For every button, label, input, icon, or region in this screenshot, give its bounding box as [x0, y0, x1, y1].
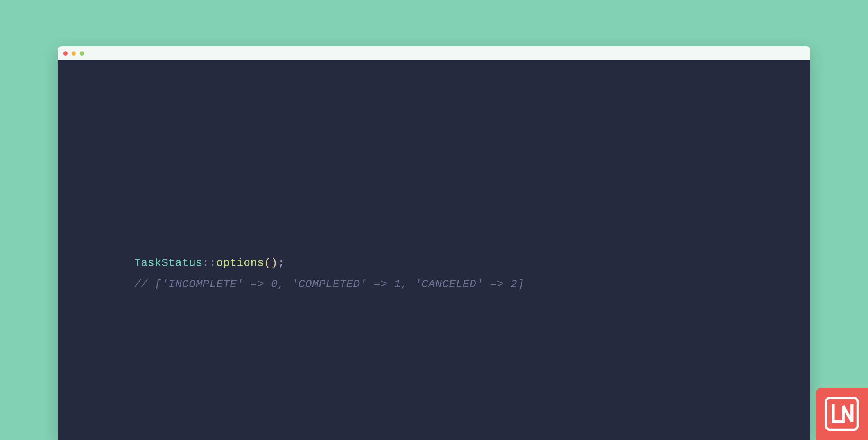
- token-scope-operator: ::: [203, 257, 216, 269]
- window-titlebar: [58, 46, 810, 60]
- close-icon[interactable]: [63, 51, 68, 56]
- brand-logo: [816, 388, 868, 440]
- token-paren-open: (: [264, 257, 271, 269]
- token-class-name: TaskStatus: [134, 257, 203, 269]
- minimize-icon[interactable]: [72, 51, 76, 56]
- token-paren-close: ): [271, 257, 278, 269]
- code-content: TaskStatus::options(); // ['INCOMPLETE' …: [134, 232, 524, 316]
- page-canvas: TaskStatus::options(); // ['INCOMPLETE' …: [0, 0, 868, 440]
- code-window: TaskStatus::options(); // ['INCOMPLETE' …: [58, 46, 810, 440]
- code-line-2-comment: // ['INCOMPLETE' => 0, 'COMPLETED' => 1,…: [134, 278, 524, 291]
- token-method-name: options: [216, 257, 264, 269]
- token-semicolon: ;: [278, 257, 285, 269]
- ln-logo-icon: [824, 396, 860, 432]
- code-editor: TaskStatus::options(); // ['INCOMPLETE' …: [58, 60, 810, 440]
- zoom-icon[interactable]: [80, 51, 84, 56]
- code-line-1: TaskStatus::options();: [134, 257, 285, 269]
